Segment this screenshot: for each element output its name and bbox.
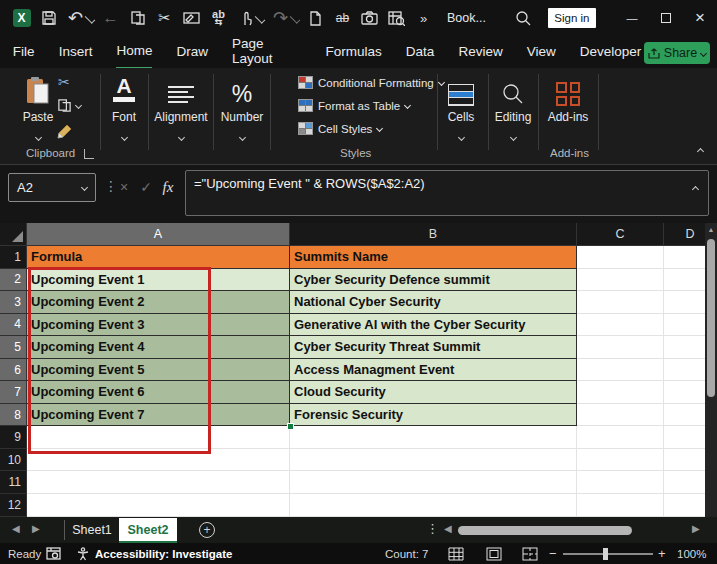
- cell-A7[interactable]: Upcoming Event 6: [27, 381, 290, 404]
- tab-formulas[interactable]: Formulas: [326, 37, 382, 68]
- row-header-1[interactable]: 1: [0, 246, 27, 269]
- tab-draw[interactable]: Draw: [176, 37, 208, 68]
- cell-A12[interactable]: [27, 494, 290, 517]
- copy-small-icon[interactable]: [57, 98, 81, 113]
- cell-B6[interactable]: Access Managment Event: [290, 359, 577, 382]
- cell-B7[interactable]: Cloud Security: [290, 381, 577, 404]
- save-icon[interactable]: [35, 5, 62, 31]
- fill-handle[interactable]: [287, 423, 294, 430]
- new-file-icon[interactable]: [302, 5, 329, 31]
- format-as-table-button[interactable]: Format as Table: [298, 99, 410, 112]
- format-painter-icon[interactable]: [57, 123, 73, 139]
- cell-B10[interactable]: [290, 449, 577, 472]
- cell-A9[interactable]: [27, 426, 290, 449]
- macro-record-icon[interactable]: [46, 543, 61, 564]
- number-menu-button[interactable]: % Number: [215, 72, 269, 143]
- cell-B12[interactable]: [290, 494, 577, 517]
- row-header-4[interactable]: 4: [0, 314, 27, 337]
- column-header-B[interactable]: B: [290, 223, 577, 246]
- maximize-button[interactable]: [649, 3, 683, 33]
- cell-B11[interactable]: [290, 471, 577, 494]
- cell-B5[interactable]: Cyber Security Threat Summit: [290, 336, 577, 359]
- vertical-scrollbar-thumb[interactable]: [707, 239, 715, 397]
- hscroll-left-icon[interactable]: ◀: [444, 523, 452, 534]
- new-sheet-button[interactable]: +: [199, 522, 215, 538]
- cell-A5[interactable]: Upcoming Event 4: [27, 336, 290, 359]
- row-header-5[interactable]: 5: [0, 336, 27, 359]
- row-header-6[interactable]: 6: [0, 359, 27, 382]
- name-box[interactable]: A2: [8, 173, 96, 202]
- cells-menu-button[interactable]: Cells: [438, 72, 484, 143]
- tab-view[interactable]: View: [527, 37, 556, 68]
- cell-A6[interactable]: Upcoming Event 5: [27, 359, 290, 382]
- tab-data[interactable]: Data: [406, 37, 435, 68]
- cell-B9[interactable]: [290, 426, 577, 449]
- cell-C7[interactable]: [577, 381, 664, 404]
- sheet-tab-sheet1[interactable]: Sheet1: [66, 517, 118, 543]
- alignment-dropdown-icon[interactable]: [177, 134, 184, 141]
- cell-A3[interactable]: Upcoming Event 2: [27, 291, 290, 314]
- insert-function-icon[interactable]: fx: [158, 173, 178, 201]
- share-button[interactable]: Share: [644, 42, 710, 64]
- tab-file[interactable]: File: [13, 37, 35, 68]
- row-header-2[interactable]: 2: [0, 269, 27, 292]
- table-lookup-icon[interactable]: [383, 5, 410, 31]
- vertical-scrollbar[interactable]: ▲: [705, 223, 717, 517]
- collapse-ribbon-icon[interactable]: [697, 148, 704, 155]
- hscroll-right-icon[interactable]: ▶: [692, 523, 700, 534]
- scroll-up-icon[interactable]: ▲: [705, 223, 717, 237]
- undo-icon[interactable]: ↶: [62, 5, 89, 31]
- alignment-menu-button[interactable]: Alignment: [150, 72, 212, 143]
- sheet-tab-sheet2[interactable]: Sheet2: [119, 518, 177, 543]
- strikethrough-icon[interactable]: ab: [329, 5, 356, 31]
- sign-in-button[interactable]: Sign in: [548, 8, 596, 28]
- draw-signature-icon[interactable]: [178, 5, 205, 31]
- cell-B3[interactable]: National Cyber Security: [290, 291, 577, 314]
- paste-button[interactable]: Paste: [16, 72, 60, 143]
- row-header-3[interactable]: 3: [0, 291, 27, 314]
- cell-C2[interactable]: [577, 269, 664, 292]
- page-layout-view-icon[interactable]: [486, 543, 502, 564]
- more-commands-icon[interactable]: »: [410, 5, 437, 31]
- row-header-11[interactable]: 11: [0, 471, 27, 494]
- name-box-dropdown-icon[interactable]: [81, 184, 88, 191]
- cell-A2[interactable]: Upcoming Event 1: [27, 269, 290, 292]
- sheet-nav-left-icon[interactable]: ◀: [12, 523, 20, 534]
- horizontal-scrollbar-thumb[interactable]: [458, 526, 632, 535]
- zoom-level[interactable]: 100%: [677, 543, 706, 564]
- excel-logo-icon[interactable]: X: [8, 5, 35, 31]
- cell-B8[interactable]: Forensic Security: [290, 404, 577, 427]
- copy-icon[interactable]: [124, 5, 151, 31]
- cell-C5[interactable]: [577, 336, 664, 359]
- close-button[interactable]: ×: [683, 3, 717, 33]
- cell-C8[interactable]: [577, 404, 664, 427]
- clipboard-dialog-launcher-icon[interactable]: [84, 149, 94, 159]
- formula-input[interactable]: ="Upcoming Event " & ROWS($A$2:A2): [185, 170, 709, 216]
- editing-dropdown-icon[interactable]: [509, 134, 516, 141]
- cell-A1[interactable]: Formula: [27, 246, 290, 269]
- column-header-A[interactable]: A: [27, 223, 290, 246]
- cell-B4[interactable]: Generative AI with the Cyber Security: [290, 314, 577, 337]
- touch-mode-icon[interactable]: [232, 5, 259, 31]
- sheet-nav-right-icon[interactable]: ▶: [32, 523, 40, 534]
- zoom-out-button[interactable]: −: [549, 543, 557, 564]
- page-break-view-icon[interactable]: [522, 543, 538, 564]
- search-icon[interactable]: [510, 10, 536, 26]
- cut-icon[interactable]: ✂: [151, 5, 178, 31]
- row-header-9[interactable]: 9: [0, 426, 27, 449]
- row-header-10[interactable]: 10: [0, 449, 27, 472]
- zoom-slider-thumb[interactable]: [603, 548, 608, 560]
- cell-C11[interactable]: [577, 471, 664, 494]
- accessibility-icon[interactable]: [76, 543, 90, 564]
- font-dropdown-icon[interactable]: [120, 134, 127, 141]
- font-menu-button[interactable]: A Font: [101, 72, 147, 143]
- paste-dropdown-icon[interactable]: [34, 134, 41, 141]
- cell-A8[interactable]: Upcoming Event 7: [27, 404, 290, 427]
- cell-A11[interactable]: [27, 471, 290, 494]
- column-header-C[interactable]: C: [577, 223, 664, 246]
- number-dropdown-icon[interactable]: [238, 134, 245, 141]
- cell-C10[interactable]: [577, 449, 664, 472]
- cut-small-icon[interactable]: ✂: [58, 74, 70, 90]
- cell-C9[interactable]: [577, 426, 664, 449]
- minimize-button[interactable]: —: [615, 3, 649, 33]
